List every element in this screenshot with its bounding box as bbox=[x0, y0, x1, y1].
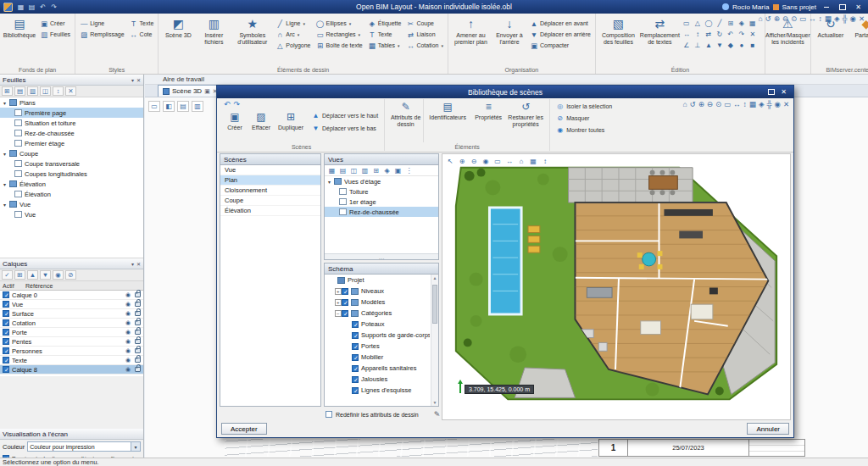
expander-icon[interactable] bbox=[335, 289, 342, 294]
schema-checkbox[interactable] bbox=[352, 354, 359, 361]
layers-toolbar-icon[interactable]: ▲ bbox=[27, 270, 38, 280]
layers-toolbar-icon[interactable]: ✓ bbox=[2, 270, 13, 280]
views-toolbar-icon[interactable]: ⋮ bbox=[404, 166, 414, 175]
restore-properties-button[interactable]: ↺ Restaurer les propriétés bbox=[505, 99, 546, 142]
layer-active-checkbox[interactable] bbox=[3, 357, 9, 363]
view-toolbar-icon[interactable]: ⊖ bbox=[782, 14, 788, 23]
view-toolbar-icon[interactable]: ⊙ bbox=[715, 100, 721, 108]
schema-checkbox[interactable] bbox=[352, 387, 359, 394]
ribbon-button[interactable]: ▼ Déplacer en arrière bbox=[528, 29, 593, 40]
view-tree-item[interactable]: 1er étage bbox=[325, 197, 438, 207]
layer-row[interactable]: Personnes ◉ bbox=[0, 347, 143, 356]
sheets-toolbar-icon[interactable]: ▤ bbox=[14, 86, 25, 96]
edit-tool-icon[interactable]: ▲ bbox=[704, 40, 714, 50]
view-toolbar-icon[interactable]: ◈ bbox=[834, 14, 840, 23]
sheet-tree-item[interactable]: Élévation bbox=[0, 189, 143, 199]
edit-tool-icon[interactable]: ⇄ bbox=[704, 29, 714, 39]
ribbon-button[interactable]: ▣ Compacter bbox=[528, 40, 593, 51]
quick-access-icon[interactable]: ↷ bbox=[49, 3, 58, 11]
edit-tool-icon[interactable]: ↔ bbox=[682, 29, 692, 39]
forward-icon[interactable]: ↷ bbox=[234, 100, 241, 108]
show-all-button[interactable]: ◉ Montrer toutes bbox=[554, 125, 615, 136]
edit-tool-icon[interactable]: ⊞ bbox=[726, 18, 736, 28]
sheet-tree-item[interactable]: Situation et toiture bbox=[0, 118, 143, 128]
user-symbols-button[interactable]: ★ Symboles d'utilisateur bbox=[232, 15, 272, 64]
edit-tool-icon[interactable]: ● bbox=[737, 40, 747, 50]
visibility-eye-icon[interactable]: ◉ bbox=[125, 310, 131, 317]
schema-tree-item[interactable]: Mobilier bbox=[325, 352, 430, 363]
view-toolbar-icon[interactable]: ✕ bbox=[859, 14, 865, 23]
ribbon-button[interactable]: ▣ Créer bbox=[38, 18, 72, 29]
view-tree-item[interactable]: Toiture bbox=[325, 186, 438, 197]
layer-active-checkbox[interactable] bbox=[3, 338, 9, 345]
workspace-tool-icon[interactable]: ▤ bbox=[177, 101, 189, 112]
layer-active-checkbox[interactable] bbox=[3, 291, 9, 298]
cancel-button[interactable]: Annuler bbox=[747, 423, 789, 435]
schema-tree-item[interactable]: Jalousies bbox=[325, 374, 430, 385]
sheet-composition-button[interactable]: ▧ Composition des feuilles bbox=[598, 15, 638, 64]
view-toolbar-icon[interactable]: ▦ bbox=[825, 14, 832, 23]
edit-tool-icon[interactable]: ▭ bbox=[682, 18, 692, 28]
identifiers-button[interactable]: ▤ Identificateurs bbox=[424, 99, 471, 142]
panel-splitter[interactable] bbox=[325, 253, 438, 259]
panel-close-icon[interactable] bbox=[136, 260, 141, 268]
schema-checkbox[interactable] bbox=[352, 376, 359, 383]
minimize-button[interactable] bbox=[820, 2, 832, 12]
plan-toolbar-icon[interactable]: ↖ bbox=[445, 156, 455, 166]
user-name[interactable]: Rocío María bbox=[732, 3, 770, 11]
view-toolbar-icon[interactable]: ⊙ bbox=[791, 14, 797, 23]
visibility-eye-icon[interactable]: ◉ bbox=[125, 338, 131, 345]
view-toolbar-icon[interactable]: ◉ bbox=[849, 14, 855, 23]
ribbon-button[interactable]: ↔ Cotation bbox=[404, 40, 445, 51]
edit-tool-icon[interactable]: ⊥ bbox=[693, 40, 703, 50]
isolate-selection-button[interactable]: ◎ Isoler la sélection bbox=[554, 101, 615, 112]
edit-tool-icon[interactable]: ╱ bbox=[715, 18, 725, 28]
schema-tree-item[interactable]: Portes bbox=[325, 341, 430, 352]
layers-toolbar-icon[interactable]: ⊘ bbox=[65, 270, 76, 280]
sheets-toolbar-icon[interactable]: ▥ bbox=[27, 86, 38, 96]
layer-active-checkbox[interactable] bbox=[3, 329, 9, 336]
lock-icon[interactable] bbox=[135, 367, 141, 372]
lock-icon[interactable] bbox=[135, 292, 141, 297]
project-name[interactable]: Sans projet bbox=[782, 3, 816, 11]
visibility-eye-icon[interactable]: ◉ bbox=[125, 291, 131, 298]
sheet-tree-item[interactable]: Élévation bbox=[0, 179, 143, 189]
views-toolbar-icon[interactable]: ▥ bbox=[360, 166, 370, 175]
layer-row[interactable]: Cotation ◉ bbox=[0, 319, 143, 328]
sheet-tree-item[interactable]: Première page bbox=[0, 108, 143, 118]
layer-row[interactable]: Surface ◉ bbox=[0, 309, 143, 319]
scene3d-viewport-fragment[interactable] bbox=[225, 439, 598, 457]
sheet-tree-item[interactable]: Vue bbox=[0, 209, 143, 219]
create-scene-button[interactable]: ▣ Créer bbox=[222, 109, 248, 131]
ribbon-button[interactable]: ▭ Rectangles bbox=[314, 29, 364, 40]
layer-row[interactable]: Porte ◉ bbox=[0, 328, 143, 337]
tab-scene3d[interactable]: Scène 3D bbox=[158, 85, 223, 97]
ribbon-button[interactable]: ╱ Ligne bbox=[274, 18, 312, 29]
layers-toolbar-icon[interactable]: ⊞ bbox=[14, 270, 25, 280]
hide-button[interactable]: ⊘ Masquer bbox=[554, 113, 615, 124]
properties-button[interactable]: ≡ Propriétés bbox=[471, 99, 505, 142]
delete-scene-button[interactable]: ▨ Effacer bbox=[248, 109, 275, 131]
plan-toolbar-icon[interactable]: ▭ bbox=[492, 156, 503, 166]
ribbon-button[interactable]: ✂ Coupe bbox=[404, 18, 445, 29]
sheets-toolbar-icon[interactable]: ⊞ bbox=[2, 86, 13, 96]
view-toolbar-icon[interactable]: ◈ bbox=[759, 100, 765, 108]
view-toolbar-icon[interactable]: ⊕ bbox=[698, 100, 704, 108]
ribbon-button[interactable]: ▲ Déplacer en avant bbox=[528, 18, 593, 29]
plan-toolbar-icon[interactable]: ↔ bbox=[504, 156, 515, 166]
dialog-maximize-button[interactable] bbox=[765, 87, 777, 97]
plan-toolbar-icon[interactable]: ▦ bbox=[528, 156, 538, 166]
view-toolbar-icon[interactable]: ↺ bbox=[690, 100, 696, 108]
view-toolbar-icon[interactable]: ⊖ bbox=[707, 100, 713, 108]
library-button[interactable]: ▤ Bibliothèque bbox=[3, 15, 36, 64]
sheet-tree-item[interactable]: Plans bbox=[0, 97, 143, 108]
layer-row[interactable]: Vue ◉ bbox=[0, 300, 143, 309]
ribbon-button[interactable]: ⇄ Liaison bbox=[404, 29, 445, 40]
layer-active-checkbox[interactable] bbox=[3, 319, 9, 326]
scene-list-item[interactable]: Plan bbox=[220, 175, 320, 186]
quick-access-icon[interactable]: ▤ bbox=[27, 3, 36, 11]
ribbon-button[interactable]: ◯ Ellipses bbox=[314, 18, 364, 29]
view-tree-item[interactable]: Rez-de-chaussée bbox=[325, 207, 438, 217]
back-icon[interactable]: ↶ bbox=[224, 100, 231, 108]
sheet-tree-item[interactable]: Vue bbox=[0, 199, 143, 209]
